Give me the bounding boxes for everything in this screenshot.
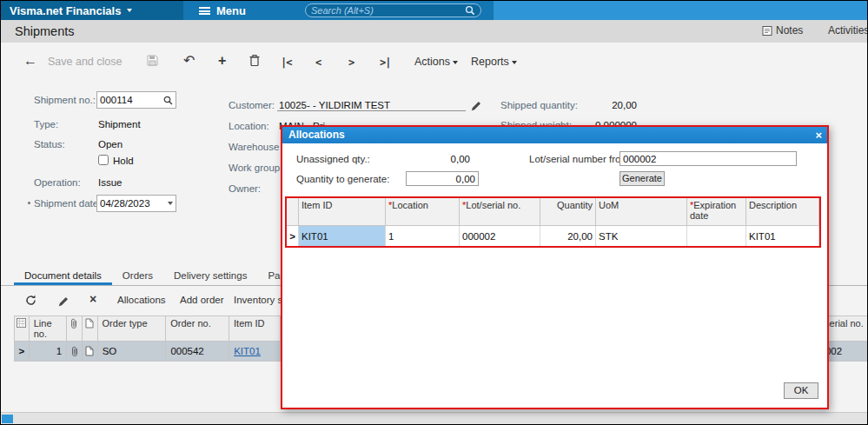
allocations-button[interactable]: Allocations: [117, 295, 166, 305]
chevron-down-icon: [512, 61, 517, 64]
back-icon[interactable]: ←: [23, 54, 37, 68]
brand-label: Visma.net Financials: [10, 4, 121, 17]
owner-label: Owner:: [229, 183, 261, 194]
lot-serial-from-input[interactable]: [620, 151, 797, 166]
col-description: Description: [746, 198, 819, 226]
cell-location: 1: [386, 226, 460, 246]
paperclip-icon: [67, 315, 83, 342]
customer-label: Customer:: [229, 100, 275, 110]
allocations-modal: Allocations × Unassigned qty.: 0,00 Lot/…: [281, 125, 829, 409]
allocations-grid-highlight: Item ID *Location *Lot/serial no. Quanti…: [285, 196, 821, 248]
status-label: Status:: [34, 139, 65, 149]
col-item-id: Item ID: [299, 198, 386, 226]
shipment-date-input[interactable]: [100, 198, 168, 209]
actions-label: Actions: [414, 56, 450, 68]
lookup-icon[interactable]: [163, 96, 173, 105]
col-expiration-label: Expiration date: [690, 200, 736, 221]
close-icon[interactable]: ×: [815, 128, 822, 143]
unassigned-qty-value: 0,00: [413, 154, 470, 164]
type-value: Shipment: [98, 119, 141, 129]
modal-grid-row[interactable]: > KIT01 1 000002 20,00 STK KIT01: [287, 226, 819, 246]
ok-button[interactable]: OK: [784, 382, 818, 399]
search-icon[interactable]: [465, 5, 475, 16]
status-value: Open: [98, 139, 123, 149]
shipped-quantity-value: 20,00: [557, 100, 637, 110]
search-input[interactable]: [311, 5, 465, 16]
edit-row-icon[interactable]: [58, 295, 69, 310]
shipment-date-field: [96, 195, 176, 212]
undo-icon[interactable]: ↶: [183, 54, 195, 68]
edit-customer-icon[interactable]: [471, 99, 481, 115]
activities-label: Activities: [828, 24, 867, 37]
shipment-date-label: Shipment date:: [34, 198, 101, 209]
shipment-no-input[interactable]: [100, 95, 163, 105]
tab-delivery-settings[interactable]: Delivery settings: [163, 267, 257, 285]
col-location: *Location: [386, 198, 460, 226]
lot-serial-from-label: Lot/serial number from:: [529, 154, 632, 164]
modal-grid-header-row: Item ID *Location *Lot/serial no. Quanti…: [287, 198, 819, 226]
add-icon[interactable]: +: [218, 54, 226, 68]
generate-button[interactable]: Generate: [620, 171, 665, 186]
qty-to-generate-label: Quantity to generate:: [296, 174, 389, 184]
horizontal-scrollbar[interactable]: [1, 412, 867, 424]
go-first-icon[interactable]: |<: [281, 56, 291, 69]
refresh-icon[interactable]: [25, 294, 36, 309]
save-and-close-button[interactable]: Save and close: [48, 56, 122, 68]
operation-value: Issue: [98, 177, 123, 188]
cell-item-id[interactable]: KIT01: [299, 226, 386, 246]
tab-document-details[interactable]: Document details: [14, 267, 112, 285]
cell-order-type: SO: [98, 342, 167, 362]
shipment-no-field: [96, 91, 176, 109]
row-arrow: >: [287, 226, 299, 246]
notes-button[interactable]: Notes: [762, 24, 803, 37]
item-id-link[interactable]: KIT01: [234, 346, 261, 356]
shipment-no-label: Shipment no.:: [34, 95, 96, 105]
paperclip-icon[interactable]: [67, 342, 83, 362]
cell-lot-serial: 000002: [460, 226, 540, 246]
go-previous-icon[interactable]: <: [315, 56, 321, 69]
required-dot: [28, 202, 30, 204]
cell-expiration-date: [687, 226, 746, 246]
go-next-icon[interactable]: >: [348, 56, 354, 69]
cell-order-no: 000542: [166, 342, 229, 362]
delete-row-icon[interactable]: ×: [89, 292, 96, 306]
brand-menu[interactable]: Visma.net Financials: [1, 1, 183, 20]
topbar-right-segment: [494, 1, 867, 20]
row-arrow: >: [14, 342, 30, 362]
col-location-label: Location: [392, 200, 428, 210]
actions-menu-button[interactable]: Actions: [414, 56, 458, 68]
tab-orders[interactable]: Orders: [112, 267, 163, 285]
qty-to-generate-input[interactable]: [406, 171, 479, 186]
go-last-icon[interactable]: >|: [380, 56, 390, 69]
document-icon[interactable]: [83, 342, 98, 362]
type-label: Type:: [34, 119, 58, 129]
page-header: Shipments Notes Activities: [1, 20, 867, 43]
delete-icon[interactable]: [249, 54, 260, 70]
notes-label: Notes: [776, 24, 803, 37]
top-bar: Visma.net Financials Menu: [1, 1, 867, 20]
col-line-no: Line no.: [30, 315, 67, 342]
cell-uom: STK: [596, 226, 687, 246]
document-icon: [83, 315, 98, 342]
col-uom: UoM: [596, 198, 687, 226]
reports-menu-button[interactable]: Reports: [471, 56, 517, 68]
modal-title-bar: Allocations ×: [282, 127, 827, 143]
hold-checkbox[interactable]: [98, 155, 109, 165]
hold-label: Hold: [113, 156, 134, 166]
reports-label: Reports: [471, 56, 509, 68]
cell-item-id: KIT01: [229, 342, 281, 362]
menu-button[interactable]: Menu: [199, 1, 246, 20]
scrollbar-thumb[interactable]: [2, 415, 13, 423]
save-icon[interactable]: [147, 54, 158, 70]
col-expiration-date: *Expiration date: [687, 198, 746, 226]
modal-title: Allocations: [288, 129, 345, 141]
chevron-down-icon: [127, 9, 132, 12]
work-group-label: Work group:: [229, 163, 282, 173]
location-label: Location:: [229, 121, 269, 131]
main-toolbar: ← Save and close ↶ + |< < > >| Actions R…: [1, 43, 867, 81]
calendar-dropdown-icon[interactable]: [168, 202, 173, 205]
cell-description: KIT01: [746, 226, 819, 246]
add-order-button[interactable]: Add order: [180, 295, 224, 305]
operation-label: Operation:: [34, 177, 81, 188]
activities-button[interactable]: Activities: [825, 24, 867, 37]
